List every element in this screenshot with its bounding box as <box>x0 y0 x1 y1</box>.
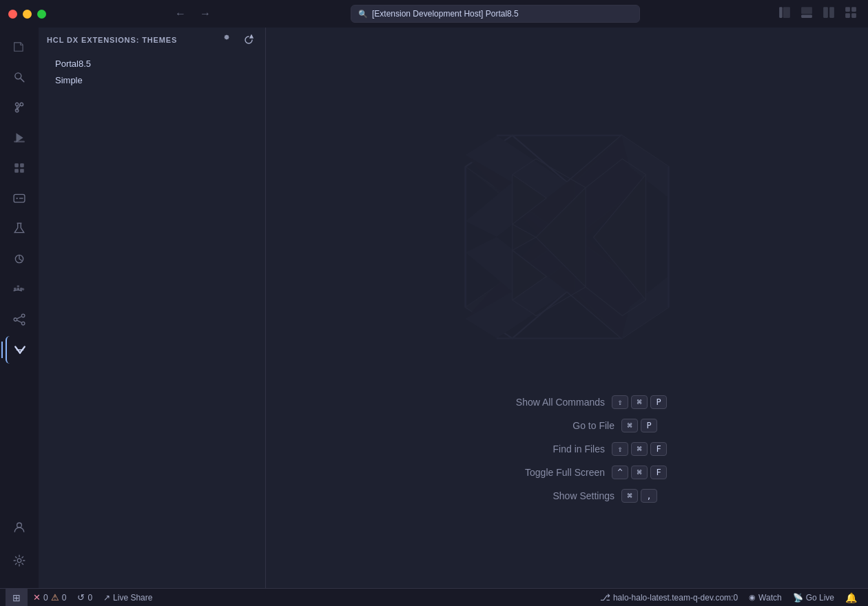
shortcut-keys: ⇧ ⌘ P <box>612 395 667 409</box>
sidebar-item-share[interactable] <box>6 306 33 333</box>
svg-rect-3 <box>801 14 812 18</box>
key-shift: ⇧ <box>612 395 628 409</box>
sidebar-item-explorer[interactable] <box>6 33 33 61</box>
key-p: P <box>650 395 667 409</box>
status-notifications[interactable]: 🔔 <box>840 589 862 606</box>
svg-point-31 <box>21 314 25 317</box>
sidebar-item-simple[interactable]: Simple <box>41 72 262 88</box>
shortcut-show-all-commands: Show All Commands ⇧ ⌘ P <box>467 395 667 409</box>
shortcut-label: Find in Files <box>467 443 605 454</box>
svg-rect-26 <box>14 288 16 290</box>
shortcut-toggle-fullscreen: Toggle Full Screen ^ ⌘ F <box>467 466 667 479</box>
svg-rect-4 <box>823 7 828 18</box>
svg-rect-29 <box>17 285 19 286</box>
sidebar-item-testing[interactable] <box>6 215 33 242</box>
svg-line-35 <box>17 320 22 322</box>
status-branch[interactable]: ⎇ halo-halo-latest.team-q-dev.com:0 <box>595 589 743 606</box>
new-theme-button[interactable] <box>221 32 238 48</box>
shortcut-keys: ⌘ P <box>621 419 657 432</box>
traffic-lights <box>8 10 46 19</box>
sidebar-layout-icon[interactable] <box>776 3 794 24</box>
error-icon: ✕ <box>33 592 41 603</box>
shortcut-find-in-files: Find in Files ⇧ ⌘ F <box>467 442 667 456</box>
sidebar-item-account[interactable] <box>6 514 33 541</box>
svg-rect-0 <box>779 7 783 18</box>
svg-point-10 <box>15 73 21 79</box>
status-go-live[interactable]: 📡 Go Live <box>787 589 840 606</box>
shortcut-label: Go to File <box>477 420 614 431</box>
titlebar-actions <box>776 3 860 24</box>
remote-icon: ⊞ <box>12 592 21 603</box>
sidebar-item-run-debug[interactable] <box>6 124 33 152</box>
svg-point-22 <box>17 198 18 199</box>
sidebar-item-docker[interactable] <box>6 275 33 303</box>
live-share-icon: ↗ <box>103 593 110 603</box>
customize-layout-icon[interactable] <box>842 3 860 24</box>
key-shift: ⇧ <box>612 442 628 456</box>
branch-icon: ⎇ <box>600 592 610 603</box>
key-cmd: ⌘ <box>631 442 648 456</box>
svg-rect-9 <box>851 13 856 18</box>
activity-bar-bottom <box>6 514 33 583</box>
watch-label: Watch <box>758 593 782 603</box>
forward-button[interactable]: → <box>196 5 215 23</box>
refresh-button[interactable] <box>240 32 257 48</box>
svg-rect-8 <box>845 13 850 18</box>
sidebar-item-extensions[interactable] <box>6 154 33 182</box>
branch-label: halo-halo-latest.team-q-dev.com:0 <box>613 593 738 603</box>
shortcut-label: Toggle Full Screen <box>467 467 605 478</box>
key-cmd: ⌘ <box>621 419 638 432</box>
status-bar: ⊞ ✕ 0 ⚠ 0 ↺ 0 ↗ Live Share ⎇ halo-halo-l… <box>0 588 868 606</box>
status-watch[interactable]: ◉ Watch <box>743 589 787 606</box>
sidebar-header: HCL DX EXTENSIONS: THEMES <box>39 28 265 52</box>
status-remote-indicator[interactable]: ⊞ <box>6 589 28 606</box>
editor-area: Show All Commands ⇧ ⌘ P Go to File ⌘ P F… <box>266 28 868 588</box>
sidebar-panel: HCL DX EXTENSIONS: THEMES Portal8.5 Simp… <box>39 28 266 588</box>
svg-rect-2 <box>801 7 812 14</box>
svg-rect-18 <box>20 163 24 167</box>
key-f: F <box>650 442 667 456</box>
panel-layout-icon[interactable] <box>798 3 816 24</box>
key-ctrl: ^ <box>612 466 628 479</box>
status-sync[interactable]: ↺ 0 <box>72 589 98 606</box>
shortcut-show-settings: Show Settings ⌘ , <box>467 489 667 503</box>
back-button[interactable]: ← <box>171 5 190 23</box>
status-live-share[interactable]: ↗ Live Share <box>98 589 158 606</box>
shortcut-keys: ⇧ ⌘ F <box>612 442 667 456</box>
svg-rect-7 <box>851 7 856 12</box>
main-content: HCL DX EXTENSIONS: THEMES Portal8.5 Simp… <box>0 28 868 588</box>
svg-rect-5 <box>829 7 834 18</box>
sidebar-item-hcl-dx[interactable] <box>6 336 33 364</box>
shortcuts-panel: Show All Commands ⇧ ⌘ P Go to File ⌘ P F… <box>467 395 667 503</box>
key-f: F <box>650 466 667 479</box>
sidebar-item-remote-explorer[interactable] <box>6 185 33 212</box>
svg-marker-44 <box>250 35 253 38</box>
maximize-button[interactable] <box>37 10 46 19</box>
command-palette-trigger[interactable]: 🔍 [Extension Development Host] Portal8.5 <box>351 5 640 23</box>
split-layout-icon[interactable] <box>820 3 838 24</box>
key-cmd: ⌘ <box>631 395 648 409</box>
vscode-logo <box>450 113 684 361</box>
sidebar-item-source-control[interactable] <box>6 94 33 121</box>
sync-count: 0 <box>87 593 92 603</box>
shortcut-label: Show Settings <box>477 490 614 501</box>
shortcut-label: Show All Commands <box>467 397 605 408</box>
search-icon: 🔍 <box>358 10 368 19</box>
sidebar-title: HCL DX EXTENSIONS: THEMES <box>47 36 177 44</box>
sidebar-item-settings[interactable] <box>6 547 33 574</box>
go-live-icon: 📡 <box>793 593 803 603</box>
key-cmd: ⌘ <box>631 466 648 479</box>
svg-point-40 <box>17 558 21 563</box>
sidebar-item-source-control-alt[interactable] <box>6 245 33 273</box>
sidebar-header-actions <box>221 32 257 48</box>
close-button[interactable] <box>8 10 17 19</box>
bell-icon: 🔔 <box>845 592 857 603</box>
sidebar-item-search[interactable] <box>6 63 33 91</box>
activity-bar <box>0 28 39 588</box>
svg-rect-16 <box>14 141 25 143</box>
minimize-button[interactable] <box>23 10 32 19</box>
sidebar-item-portal85[interactable]: Portal8.5 <box>41 56 262 72</box>
svg-rect-1 <box>783 7 790 18</box>
status-errors[interactable]: ✕ 0 ⚠ 0 <box>28 589 72 606</box>
shortcut-keys: ⌘ , <box>621 489 657 503</box>
